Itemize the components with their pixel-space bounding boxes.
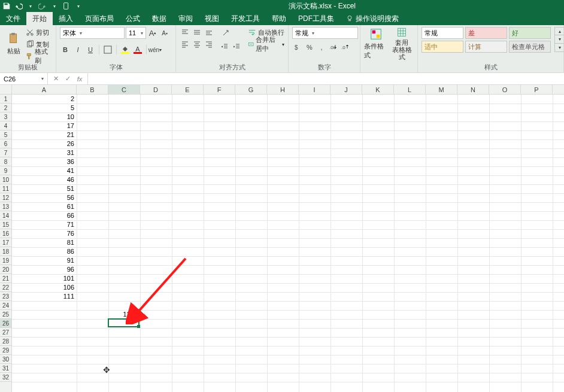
tab-page-layout[interactable]: 页面布局 <box>79 12 120 25</box>
row-header-24[interactable]: 24 <box>0 301 11 310</box>
col-header-C[interactable]: C <box>108 85 140 94</box>
fill-handle[interactable] <box>137 325 140 328</box>
tab-formulas[interactable]: 公式 <box>120 12 146 25</box>
qat-customize-caret[interactable]: ▾ <box>74 2 83 10</box>
accounting-format-button[interactable]: $ <box>292 41 303 53</box>
row-header-16[interactable]: 16 <box>0 229 11 238</box>
row-header-20[interactable]: 20 <box>0 265 11 274</box>
format-as-table-button[interactable]: 套用 表格格式 <box>390 27 414 60</box>
borders-button[interactable] <box>102 44 113 56</box>
align-middle-button[interactable] <box>192 27 202 38</box>
row-header-29[interactable]: 29 <box>0 346 11 355</box>
cell-styles-gallery[interactable]: 常规 差 好 适中 计算 检查单元格 <box>422 27 551 53</box>
cell-A2[interactable]: 5 <box>12 104 77 113</box>
cell-A19[interactable]: 91 <box>12 256 77 265</box>
col-header-N[interactable]: N <box>457 85 489 94</box>
cut-button[interactable]: 剪切 <box>26 27 52 38</box>
percent-format-button[interactable]: % <box>304 41 315 53</box>
increase-indent-button[interactable] <box>231 41 242 53</box>
cell-A10[interactable]: 46 <box>12 175 77 184</box>
row-header-7[interactable]: 7 <box>0 148 11 157</box>
insert-function-button[interactable]: fx <box>75 75 84 83</box>
tab-insert[interactable]: 插入 <box>53 12 79 25</box>
row-header-8[interactable]: 8 <box>0 157 11 166</box>
col-header-P[interactable]: P <box>521 85 553 94</box>
format-painter-button[interactable]: 格式刷 <box>26 51 52 62</box>
col-header-J[interactable]: J <box>330 85 362 94</box>
row-header-6[interactable]: 6 <box>0 139 11 148</box>
italic-button[interactable]: I <box>72 44 83 56</box>
row-header-3[interactable]: 3 <box>0 113 11 121</box>
style-check[interactable]: 检查单元格 <box>509 41 551 53</box>
font-color-button[interactable]: A <box>132 44 143 56</box>
cell-A23[interactable]: 111 <box>12 292 77 301</box>
cell-A8[interactable]: 36 <box>12 157 77 166</box>
col-header-O[interactable]: O <box>489 85 521 94</box>
save-icon[interactable] <box>2 2 11 10</box>
cancel-formula-button[interactable]: ✕ <box>51 75 60 83</box>
decrease-indent-button[interactable] <box>219 41 230 53</box>
row-header-23[interactable]: 23 <box>0 292 11 301</box>
paste-button[interactable]: 粘贴 <box>4 27 23 60</box>
cell-A7[interactable]: 31 <box>12 148 77 157</box>
tell-me[interactable]: 操作说明搜索 <box>340 12 405 25</box>
align-center-button[interactable] <box>192 39 202 50</box>
cell-A5[interactable]: 21 <box>12 130 77 139</box>
row-header-1[interactable]: 1 <box>0 95 11 104</box>
cell-A17[interactable]: 81 <box>12 238 77 247</box>
col-header-G[interactable]: G <box>235 85 267 94</box>
row-headers[interactable]: 1234567891011121314151617181920212223242… <box>0 95 12 392</box>
row-header-4[interactable]: 4 <box>0 121 11 130</box>
number-format-select[interactable]: 常规▾ <box>292 27 358 39</box>
col-header-M[interactable]: M <box>426 85 457 94</box>
fill-color-button[interactable] <box>120 44 131 56</box>
cell-A18[interactable]: 86 <box>12 247 77 256</box>
row-header-10[interactable]: 10 <box>0 175 11 184</box>
cell-A3[interactable]: 10 <box>12 113 77 121</box>
font-size-select[interactable]: 11▾ <box>126 27 146 39</box>
tab-view[interactable]: 视图 <box>199 12 225 25</box>
style-neutral[interactable]: 适中 <box>422 41 463 53</box>
col-header-L[interactable]: L <box>394 85 426 94</box>
col-header-D[interactable]: D <box>140 85 172 94</box>
row-header-28[interactable]: 28 <box>0 337 11 346</box>
row-header-5[interactable]: 5 <box>0 130 11 139</box>
style-good[interactable]: 好 <box>509 27 551 39</box>
style-normal[interactable]: 常规 <box>422 27 463 39</box>
cell-A15[interactable]: 71 <box>12 220 77 229</box>
row-header-32[interactable]: 32 <box>0 373 11 382</box>
col-header-E[interactable]: E <box>172 85 204 94</box>
tab-file[interactable]: 文件 <box>0 12 26 25</box>
tab-review[interactable]: 审阅 <box>172 12 199 25</box>
col-header-A[interactable]: A <box>12 85 77 94</box>
worksheet-grid[interactable]: ABCDEFGHIJKLMNOP 12345678910111213141516… <box>0 85 564 392</box>
row-header-26[interactable]: 26 <box>0 319 11 328</box>
touch-mode-icon[interactable] <box>62 2 71 10</box>
align-left-button[interactable] <box>180 39 190 50</box>
row-header-13[interactable]: 13 <box>0 202 11 211</box>
phonetic-button[interactable]: wén▾ <box>150 44 160 56</box>
enter-formula-button[interactable]: ✓ <box>63 75 72 83</box>
shrink-font-button[interactable]: A▾ <box>159 27 170 39</box>
redo-icon[interactable] <box>38 2 47 10</box>
increase-decimal-button[interactable]: .00 <box>328 41 339 53</box>
cell-A13[interactable]: 61 <box>12 202 77 211</box>
row-header-2[interactable]: 2 <box>0 104 11 113</box>
col-header-F[interactable]: F <box>204 85 235 94</box>
tab-help[interactable]: 帮助 <box>266 12 292 25</box>
decrease-decimal-button[interactable]: .0 <box>340 41 351 53</box>
col-header-I[interactable]: I <box>299 85 330 94</box>
name-box[interactable]: C26 ▾ <box>0 73 48 84</box>
styles-scroll-up[interactable]: ▴ <box>554 27 564 35</box>
row-header-27[interactable]: 27 <box>0 328 11 337</box>
underline-button[interactable]: U <box>85 44 96 56</box>
row-header-30[interactable]: 30 <box>0 355 11 364</box>
tab-home[interactable]: 开始 <box>26 12 53 25</box>
qat-caret-2[interactable]: ▾ <box>50 2 59 10</box>
cell-C25[interactable]: 1288 <box>108 310 140 319</box>
align-right-button[interactable] <box>204 39 214 50</box>
bold-button[interactable]: B <box>60 44 71 56</box>
styles-scroll-down[interactable]: ▾ <box>554 35 564 44</box>
styles-more[interactable]: ▾ <box>554 44 564 52</box>
tab-developer[interactable]: 开发工具 <box>225 12 266 25</box>
